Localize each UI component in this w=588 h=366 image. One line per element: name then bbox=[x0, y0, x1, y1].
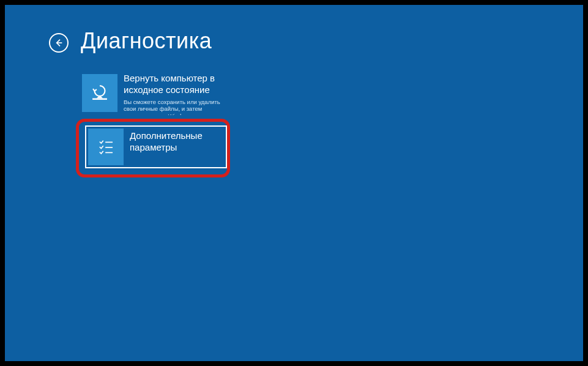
advanced-text: Дополнительные параметры bbox=[124, 129, 224, 165]
reset-pc-option[interactable]: Вернуть компьютер в исходное состояние В… bbox=[82, 71, 224, 115]
reset-description: Вы сможете сохранить или удалить свои ли… bbox=[124, 99, 224, 116]
svg-rect-0 bbox=[92, 99, 107, 100]
reset-text: Вернуть компьютер в исходное состояние В… bbox=[117, 71, 224, 115]
reset-icon bbox=[82, 74, 117, 112]
back-arrow-icon bbox=[54, 38, 64, 48]
back-button[interactable] bbox=[49, 33, 69, 53]
highlight-annotation: Дополнительные параметры bbox=[76, 119, 230, 177]
advanced-title: Дополнительные параметры bbox=[130, 130, 224, 154]
advanced-options-option[interactable]: Дополнительные параметры bbox=[85, 125, 227, 168]
options-list: Вернуть компьютер в исходное состояние В… bbox=[5, 54, 583, 177]
checklist-icon bbox=[88, 129, 124, 165]
header: Диагностика bbox=[5, 5, 583, 54]
recovery-screen: Диагностика Вернуть компьютер в исходное… bbox=[4, 4, 584, 362]
reset-title: Вернуть компьютер в исходное состояние bbox=[124, 73, 224, 96]
page-title: Диагностика bbox=[81, 28, 212, 54]
